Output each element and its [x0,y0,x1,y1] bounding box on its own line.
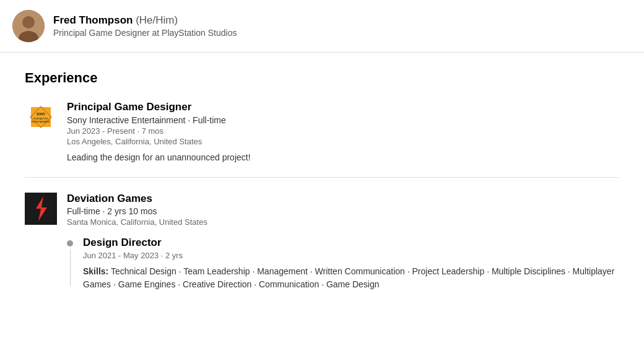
profile-pronoun: (He/Him) [133,14,178,26]
profile-header: Fred Thompson (He/Him) Principal Game De… [0,0,644,53]
svg-text:ENTERTAINMENT: ENTERTAINMENT [32,121,50,123]
sony-date-range: Jun 2023 - Present · 7 mos [67,126,619,136]
deviation-games-group: Deviation Games Full-time · 2 yrs 10 mos… [25,193,619,291]
deviation-logo [25,193,57,225]
design-director-role: Design Director Jun 2021 - May 2023 · 2 … [67,237,619,291]
role-dot [67,240,73,246]
avatar [12,10,45,42]
profile-title: Principal Game Designer at PlayStation S… [53,28,237,38]
skills-content: Technical Design · Team Leadership · Man… [83,266,614,289]
deviation-company-meta: Full-time · 2 yrs 10 mos [67,206,619,216]
role-indicator [67,237,73,286]
design-director-dates: Jun 2021 - May 2023 · 2 yrs [83,251,619,260]
main-content: Experience SONY INTERACTIVE ENTERTAINMEN… [0,53,644,318]
profile-info: Fred Thompson (He/Him) Principal Game De… [53,14,237,38]
svg-point-1 [22,16,35,28]
design-director-title: Design Director [83,237,619,249]
profile-name-line: Fred Thompson (He/Him) [53,14,237,27]
svg-text:INTERACTIVE: INTERACTIVE [33,118,48,120]
sony-description: Leading the design for an unannounced pr… [67,152,619,162]
experience-section-title: Experience [25,70,619,86]
svg-text:SONY: SONY [37,112,46,116]
experience-item-sony: SONY INTERACTIVE ENTERTAINMENT Principal… [25,101,619,178]
avatar-image [12,10,45,42]
deviation-company-location: Santa Monica, California, United States [67,217,619,227]
role-line [70,249,71,286]
deviation-company-summary: Deviation Games Full-time · 2 yrs 10 mos… [25,193,619,227]
sony-logo: SONY INTERACTIVE ENTERTAINMENT [25,101,57,133]
sony-experience-details: Principal Game Designer Sony Interactive… [67,101,619,162]
deviation-summary-details: Deviation Games Full-time · 2 yrs 10 mos… [67,193,619,227]
design-director-skills: Skills: Technical Design · Team Leadersh… [83,265,619,291]
skills-label: Skills: [83,266,108,276]
deviation-company-name: Deviation Games [67,193,619,205]
design-director-details: Design Director Jun 2021 - May 2023 · 2 … [83,237,619,291]
sony-company-name: Sony Interactive Entertainment · Full-ti… [67,115,619,125]
profile-name: Fred Thompson [53,14,133,26]
sony-job-title: Principal Game Designer [67,101,619,113]
sony-location: Los Angeles, California, United States [67,137,619,146]
